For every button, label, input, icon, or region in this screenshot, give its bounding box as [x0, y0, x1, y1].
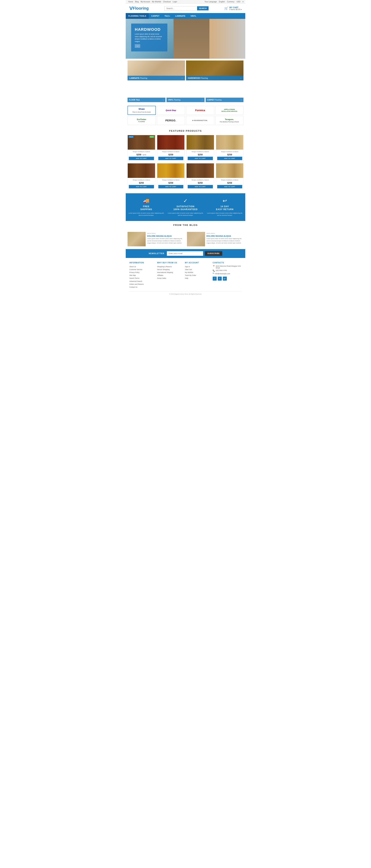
brand-teragren[interactable]: Teragren.Fine Bamboo Flooring & Panels — [215, 116, 244, 125]
product-img-6 — [187, 163, 214, 178]
hero-arrow[interactable]: → — [135, 44, 140, 48]
add-to-cart-0[interactable]: ADD TO CART — [129, 157, 154, 160]
footer-track-order[interactable]: Track My Order — [185, 274, 209, 277]
footer-sign-in[interactable]: Sign In — [185, 265, 209, 268]
language-selector[interactable]: English — [219, 1, 225, 3]
add-to-cart-3[interactable]: ADD TO CART — [217, 157, 242, 160]
nav-wishlist[interactable]: My Wishlist — [152, 1, 161, 3]
search-button[interactable]: SEARCH — [197, 6, 208, 10]
product-desc-4: Tempor incididunt ut labore — [129, 179, 154, 181]
product-desc-3: Tempor incididunt ut labore — [217, 151, 242, 153]
nav-home[interactable]: Home — [128, 1, 133, 3]
nav-carpet[interactable]: CARPET — [149, 13, 162, 19]
footer-affiliates[interactable]: Affiliates — [157, 274, 181, 277]
category-row-1: LAMINATE Flooring → HARDWOOD Flooring → — [126, 59, 245, 82]
add-to-cart-4[interactable]: ADD TO CART — [129, 185, 154, 188]
hero-banner: HARDWOOD Lorem ipsum dolor sit amet cons… — [126, 19, 245, 59]
cat-laminate[interactable]: LAMINATE Flooring → — [127, 61, 185, 81]
currency-selector[interactable]: USD — [237, 1, 240, 3]
products-grid-row2: Tempor incididunt ut labore $258 ADD TO … — [126, 163, 245, 191]
brand-quickstep[interactable]: Quick·Step — [157, 106, 185, 115]
add-to-cart-7[interactable]: ADD TO CART — [217, 185, 242, 188]
feature-item-2: ↩ 14 DAYEASY RETURN Lorem ipsum dolor si… — [206, 198, 244, 216]
newsletter-input[interactable] — [167, 251, 203, 256]
product-card-4: Tempor incididunt ut labore $258 ADD TO … — [127, 163, 155, 190]
cat-vinyl[interactable]: VINYL Flooring → — [166, 82, 204, 102]
footer-help[interactable]: Help — [185, 277, 209, 280]
footer-sitemap[interactable]: Site Map — [129, 274, 153, 277]
googleplus-icon[interactable]: g+ — [223, 277, 227, 281]
brand-ecotimber[interactable]: EcoTimberFLOORING — [127, 116, 156, 125]
brand-shaw[interactable]: ShawPlace to Grow From the Inside — [127, 106, 156, 115]
product-price-7: $258 — [217, 182, 242, 184]
footer-contact[interactable]: Contact Us — [129, 286, 153, 288]
subscribe-button[interactable]: SUBSCRIBE — [205, 251, 222, 256]
brand-pergo[interactable]: PERGO. — [157, 116, 185, 125]
feature-desc-0: Lorem ipsum dolor sit amet conse ctetur … — [127, 212, 165, 216]
feature-desc-2: Lorem ipsum dolor sit amet conse ctetur … — [206, 212, 244, 216]
product-card-3: Tempor incididunt ut labore $258 ADD TO … — [216, 135, 244, 161]
cat-hardwood[interactable]: HARDWOOD Flooring → — [186, 61, 244, 81]
add-to-cart-6[interactable]: ADD TO CART — [188, 185, 213, 188]
nav-blog[interactable]: Blog — [135, 1, 138, 3]
main-nav: FLOORING TOOLS CARPET TILE LAMINATE VINY… — [126, 13, 245, 19]
top-bar-links: Home Blog My Account My Wishlist Checkou… — [127, 1, 178, 3]
product-info-6: Tempor incididunt ut labore $258 ADD TO … — [187, 178, 214, 189]
vinyl-arrow: → — [201, 99, 203, 101]
brand-appalachian[interactable]: APPL∧CHIANINSTALLATION SERVICES — [215, 106, 244, 115]
product-desc-1: Tempor incididunt ut labore — [158, 151, 184, 153]
brand-mannington[interactable]: ■ MANNINGTON. — [186, 116, 214, 125]
product-price-6: $258 — [188, 182, 213, 184]
footer-orders[interactable]: Orders and Returns — [129, 283, 153, 286]
footer-advanced-search[interactable]: Advanced Search — [129, 280, 153, 283]
blog-item-0: Admin Admin DOLORE MAGNA ALIQUA Lorem ip… — [127, 232, 184, 246]
footer-account-title: MY ACCOUNT — [185, 262, 209, 264]
footer-customer-service[interactable]: Customer Service — [129, 268, 153, 271]
email-link[interactable]: info@cleanstyle.com — [215, 272, 230, 275]
nav-tile[interactable]: TILE — [162, 13, 173, 19]
hero-content: HARDWOOD Lorem ipsum dolor sit amet cons… — [131, 24, 167, 52]
floortile-label: FLOOR TILE → — [127, 98, 165, 102]
nav-vinyl[interactable]: VINYL — [188, 13, 199, 19]
product-price-3: $258 — [217, 153, 242, 156]
footer-about[interactable]: About Us — [129, 265, 153, 268]
footer-international[interactable]: International Shipping — [157, 271, 181, 274]
brand-formica[interactable]: Formica — [186, 106, 214, 115]
blog-grid: Admin Admin DOLORE MAGNA ALIQUA Lorem ip… — [127, 232, 244, 246]
footer-shopping-returns[interactable]: Shopping & Returns — [157, 265, 181, 268]
blog-post-title-1[interactable]: DOLORE MAGNA ALIQUA — [207, 235, 244, 237]
footer-secure-shopping[interactable]: Secure Shopping — [157, 268, 181, 271]
nav-tile-dropdown[interactable]: TILE — [162, 13, 173, 19]
floortile-arrow: → — [162, 99, 164, 101]
product-img-5 — [157, 163, 185, 178]
facebook-icon[interactable]: f — [213, 277, 217, 281]
add-to-cart-2[interactable]: ADD TO CART — [188, 157, 213, 160]
add-to-cart-1[interactable]: ADD TO CART — [158, 157, 184, 160]
footer-information: INFORMATION About Us Customer Service Pr… — [129, 262, 153, 289]
nav-laminate[interactable]: LAMINATE — [173, 13, 188, 19]
nav-my-account[interactable]: My Account — [141, 1, 150, 3]
sale-badge: SALE! — [128, 136, 134, 138]
phone-text: (20) 2562-3750 — [216, 270, 227, 271]
hardwood-arrow: → — [240, 77, 242, 79]
email-icon: ✉ — [213, 272, 214, 274]
add-to-cart-5[interactable]: ADD TO CART — [158, 185, 184, 188]
product-img-7 — [216, 163, 244, 178]
footer-my-wishlist[interactable]: My Wishlist — [185, 271, 209, 274]
blog-post-title-0[interactable]: DOLORE MAGNA ALIQUA — [147, 235, 184, 237]
nav-flooring-tools[interactable]: FLOORING TOOLS — [126, 13, 149, 19]
footer-privacy[interactable]: Privacy Policy — [129, 271, 153, 274]
nav-checkout[interactable]: Checkout — [163, 1, 171, 3]
twitter-icon[interactable]: t — [218, 277, 222, 281]
nav-login[interactable]: Login — [173, 1, 177, 3]
cart-area[interactable]: 🛒 MY CART 0 items $0.00 ▾ — [224, 6, 242, 10]
cat-carpet[interactable]: CARPET Flooring → — [206, 82, 244, 102]
logo-text: Flooring — [133, 6, 149, 11]
logo[interactable]: V Flooring — [129, 5, 149, 11]
footer-view-cart[interactable]: View Cart — [185, 268, 209, 271]
footer-group-sales[interactable]: Group Sales — [157, 277, 181, 280]
cat-floor-tile[interactable]: FLOOR TILE → — [127, 82, 165, 102]
blog-text-0: Lorem ipsum dolor sit amet conse ctetur … — [147, 238, 184, 244]
footer-search-terms[interactable]: Search Terms — [129, 277, 153, 280]
search-input[interactable] — [164, 6, 197, 10]
